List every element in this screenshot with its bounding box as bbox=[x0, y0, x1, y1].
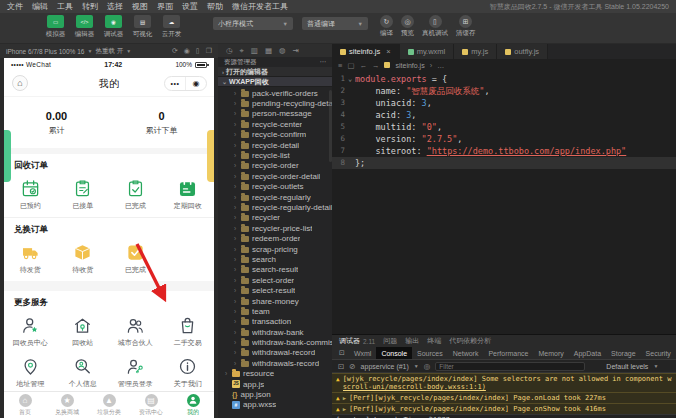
panel-tab-终端[interactable]: 终端 bbox=[427, 336, 441, 346]
editor-button[interactable]: </>编辑器 bbox=[71, 15, 98, 39]
menu-item-7[interactable]: 设置 bbox=[182, 1, 198, 12]
forward-icon[interactable]: → bbox=[372, 61, 380, 70]
preview-icon[interactable]: ▢ bbox=[347, 61, 354, 70]
devtools-tab-performance[interactable]: Performance bbox=[483, 347, 533, 360]
menu-item-8[interactable]: 帮助 bbox=[207, 1, 223, 12]
hot-reload-toggle[interactable]: 热重载 开 bbox=[95, 47, 123, 56]
tree-item[interactable]: ›recycle-confirm bbox=[218, 130, 332, 140]
cloud-button[interactable]: ☁云开发 bbox=[158, 15, 185, 39]
menu-item-0[interactable]: 文件 bbox=[7, 1, 23, 12]
collapse-icon[interactable]: ⇥ bbox=[293, 46, 299, 55]
tree-item[interactable]: ›select-order bbox=[218, 275, 332, 285]
tab-recycle[interactable]: ▲垃圾分类 bbox=[88, 392, 130, 418]
search-icon[interactable]: ⌖ bbox=[240, 46, 244, 56]
service-item-calendar-solid[interactable]: 定期回收 bbox=[162, 175, 215, 216]
menu-item-2[interactable]: 工具 bbox=[57, 1, 73, 12]
code-editor[interactable]: 1⌄module.exports = {2 name: "智慧废品回收系统",3… bbox=[332, 71, 676, 334]
home-button[interactable]: ⌂ bbox=[12, 75, 28, 91]
record-icon[interactable]: ◍ bbox=[279, 46, 286, 55]
expand-arrow-icon[interactable]: ▶ bbox=[343, 405, 346, 413]
menu-item-5[interactable]: 视图 bbox=[132, 1, 148, 12]
menu-item-3[interactable]: 转到 bbox=[82, 1, 98, 12]
panel-tab-问题[interactable]: 问题 bbox=[383, 336, 397, 346]
device-icon[interactable]: ▯ bbox=[196, 47, 200, 54]
back-icon[interactable]: ← bbox=[359, 61, 367, 70]
devtools-tab-wxml[interactable]: Wxml bbox=[349, 347, 377, 360]
tree-item[interactable]: ›transaction bbox=[218, 317, 332, 327]
service-item-truck[interactable]: 待发货 bbox=[4, 239, 57, 280]
close-target-button[interactable]: ◉ bbox=[186, 77, 206, 90]
devtools-tab-storage[interactable]: Storage bbox=[606, 347, 641, 360]
tree-item[interactable]: ›recycle-detail bbox=[218, 140, 332, 150]
tree-item[interactable]: ›recycle-regularly-detail bbox=[218, 202, 332, 212]
tree-item[interactable]: ›scrap-pricing bbox=[218, 244, 332, 254]
devtools-tab-security[interactable]: Security bbox=[641, 347, 676, 360]
menu-icon[interactable]: ≡ bbox=[338, 61, 342, 70]
tree-item[interactable]: JSapp.js bbox=[218, 379, 332, 389]
service-item-about[interactable]: 关于我们 bbox=[162, 353, 215, 394]
devtools-tab-network[interactable]: Network bbox=[448, 347, 484, 360]
mode-select[interactable]: 小程序模式▼ bbox=[213, 17, 293, 30]
tree-item[interactable]: ›recycle-outlets bbox=[218, 182, 332, 192]
editor-tab-outfly.js[interactable]: outfly.js bbox=[497, 44, 548, 59]
inspect-device-icon[interactable]: ⊡ bbox=[335, 349, 349, 357]
service-item-address[interactable]: 地址管理 bbox=[4, 353, 57, 394]
menu-item-9[interactable]: 微信开发者工具 bbox=[232, 1, 288, 12]
tree-item[interactable]: {}app.json bbox=[218, 389, 332, 399]
service-item-clipboard-check[interactable]: 已完成 bbox=[109, 175, 162, 216]
tree-item[interactable]: ›recycle-list bbox=[218, 150, 332, 160]
devtools-tab-appdata[interactable]: AppData bbox=[569, 347, 606, 360]
panel-tab-代码依赖分析[interactable]: 代码依赖分析 bbox=[449, 336, 491, 346]
tree-item[interactable]: ›recycle-center bbox=[218, 119, 332, 129]
visual-button[interactable]: ▤可视化 bbox=[129, 15, 156, 39]
right-float-tab[interactable] bbox=[207, 130, 214, 182]
editor-tab-siteinfo.js[interactable]: siteinfo.js× bbox=[332, 44, 400, 59]
menu-item-6[interactable]: 界面 bbox=[157, 1, 173, 12]
tree-item[interactable]: ›search-result bbox=[218, 265, 332, 275]
refresh-icon[interactable]: ⟳ bbox=[172, 47, 178, 54]
window-icon[interactable]: ❐ bbox=[206, 47, 212, 54]
breadcrumb[interactable]: siteinfo.js bbox=[395, 62, 424, 69]
debugger-button[interactable]: ◉调试器 bbox=[100, 15, 127, 39]
tree-item[interactable]: ›person-message bbox=[218, 109, 332, 119]
tree-item[interactable]: ›share-money bbox=[218, 296, 332, 306]
service-item-recycler-center[interactable]: 回收员中心 bbox=[4, 312, 57, 353]
clear-console-icon[interactable]: ⊘ bbox=[349, 362, 355, 371]
service-item-box[interactable]: 待收货 bbox=[57, 239, 110, 280]
tree-item[interactable]: ›redeem-order bbox=[218, 233, 332, 243]
service-item-admin[interactable]: 管理员登录 bbox=[109, 353, 162, 394]
tree-item[interactable]: ›pending-recycling-details bbox=[218, 98, 332, 108]
devtools-tab-console[interactable]: Console bbox=[376, 347, 412, 360]
project-root[interactable]: ⌄ WXAPP回收 bbox=[218, 77, 332, 87]
tree-item[interactable]: ›search bbox=[218, 254, 332, 264]
preview-button[interactable]: ◎预览 bbox=[401, 15, 414, 38]
tree-item[interactable]: ›team bbox=[218, 306, 332, 316]
tree-item[interactable]: ›withdrawal-record bbox=[218, 348, 332, 358]
split-icon[interactable]: ▥ bbox=[251, 46, 258, 55]
tree-item[interactable]: ›recycle-order-detail bbox=[218, 171, 332, 181]
devtools-tab-sources[interactable]: Sources bbox=[412, 347, 448, 360]
tab-home[interactable]: ⌂首页 bbox=[4, 392, 46, 418]
tree-item[interactable]: #app.wxss bbox=[218, 400, 332, 410]
service-item-calendar-check[interactable]: 已预约 bbox=[4, 175, 57, 216]
panel-tab-输出[interactable]: 输出 bbox=[405, 336, 419, 346]
tree-item[interactable]: ›withdraw-bank-commission bbox=[218, 337, 332, 347]
tree-item[interactable]: ›recycle-regularly bbox=[218, 192, 332, 202]
editor-tab-my.js[interactable]: my.js bbox=[454, 44, 497, 59]
more-button[interactable]: ••• bbox=[165, 77, 186, 90]
clear-button[interactable]: ⊞清缓存 bbox=[456, 15, 476, 38]
service-item-clipboard-edit[interactable]: 已接单 bbox=[57, 175, 110, 216]
levels-select[interactable]: Default levels bbox=[606, 363, 648, 370]
service-item-secondhand[interactable]: 二手交易 bbox=[162, 312, 215, 353]
device-select[interactable]: iPhone 6/7/8 Plus 100% 16 bbox=[6, 48, 84, 55]
tree-item[interactable]: ›select-result bbox=[218, 285, 332, 295]
tab-star[interactable]: ★兑换商城 bbox=[46, 392, 88, 418]
compile-select[interactable]: 普通编译▼ bbox=[302, 17, 368, 30]
service-item-recycle-station[interactable]: 回收站 bbox=[57, 312, 110, 353]
filter-input[interactable]: Filter bbox=[435, 362, 585, 371]
devtools-tab-memory[interactable]: Memory bbox=[534, 347, 569, 360]
tree-item[interactable]: ›recycle-order bbox=[218, 161, 332, 171]
service-item-profile[interactable]: 个人信息 bbox=[57, 353, 110, 394]
more-actions-icon[interactable]: ⋯ bbox=[320, 58, 327, 66]
tree-item[interactable]: ›withdraw-bank bbox=[218, 327, 332, 337]
